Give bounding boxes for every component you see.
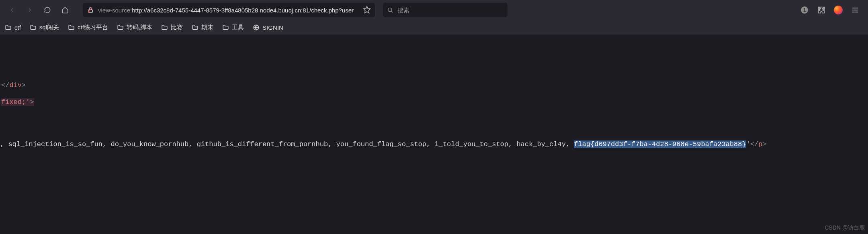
bookmark-label: ctf练习平台: [78, 24, 108, 31]
selected-flag-text: flag{d697dd3f-f7ba-4d28-968e-59bafa23ab8…: [574, 140, 746, 148]
search-input[interactable]: [397, 7, 504, 14]
svg-point-2: [388, 8, 392, 12]
bookmark-label: sql闯关: [39, 24, 59, 31]
search-icon: [387, 7, 393, 13]
bookmarks-bar: ctf sql闯关 ctf练习平台 转码,脚本 比赛 期末 工具 SIGNIN: [0, 20, 868, 35]
back-button[interactable]: [5, 3, 19, 17]
globe-icon: [253, 24, 260, 31]
home-button[interactable]: [58, 3, 72, 17]
bookmark-item-signin[interactable]: SIGNIN: [253, 24, 283, 31]
bookmark-item-ctf[interactable]: ctf: [5, 24, 21, 31]
view-source-content: </div> fixed;'> , sql_injection_is_so_fu…: [0, 35, 868, 73]
svg-line-3: [391, 11, 393, 12]
bookmark-item-ctf-platform[interactable]: ctf练习平台: [68, 24, 108, 31]
bookmark-item-scripts[interactable]: 转码,脚本: [117, 24, 152, 31]
bookmark-item-tools[interactable]: 工具: [222, 24, 244, 31]
search-bar[interactable]: [383, 3, 508, 17]
folder-icon: [192, 24, 199, 31]
svg-rect-0: [88, 10, 93, 12]
toolbar-right: 1: [798, 4, 862, 16]
bookmark-label: 工具: [232, 24, 244, 31]
folder-icon: [30, 24, 37, 31]
folder-icon: [117, 24, 124, 31]
insecure-lock-icon: [87, 6, 94, 14]
arrow-right-icon: [26, 6, 33, 14]
firefox-icon: [834, 6, 843, 14]
folder-icon: [5, 24, 12, 31]
arrow-left-icon: [8, 6, 16, 14]
menu-button[interactable]: [849, 4, 862, 16]
home-icon: [61, 6, 69, 14]
bookmark-label: 转码,脚本: [127, 24, 152, 31]
badge-count: 1: [801, 6, 808, 14]
source-line-attr: fixed;'>: [1, 98, 34, 107]
source-line-flag: , sql_injection_is_so_fun, do_you_know_p…: [0, 140, 868, 149]
notifications-badge[interactable]: 1: [798, 4, 811, 16]
bookmark-item-final[interactable]: 期末: [192, 24, 213, 31]
profile-button[interactable]: [832, 4, 845, 16]
reload-button[interactable]: [40, 3, 55, 17]
watermark: CSDN @访白鹿: [825, 224, 865, 232]
folder-icon: [222, 24, 229, 31]
source-line-div-close: </div>: [1, 81, 26, 90]
svg-marker-1: [364, 6, 371, 13]
bookmark-item-sql[interactable]: sql闯关: [30, 24, 59, 31]
bookmark-item-competition[interactable]: 比赛: [161, 24, 183, 31]
hamburger-icon: [851, 6, 859, 14]
bookmark-star-icon[interactable]: [363, 6, 371, 15]
bookmark-label: ctf: [14, 24, 21, 31]
puzzle-icon: [817, 6, 825, 14]
reload-icon: [44, 6, 51, 14]
folder-icon: [161, 24, 168, 31]
url-text: view-source:http://a6c32c8d-7455-4447-85…: [98, 7, 359, 14]
bookmark-label: 期末: [201, 24, 213, 31]
folder-icon: [68, 24, 75, 31]
browser-toolbar: view-source:http://a6c32c8d-7455-4447-85…: [0, 0, 868, 20]
url-bar[interactable]: view-source:http://a6c32c8d-7455-4447-85…: [83, 3, 375, 17]
bookmark-label: SIGNIN: [262, 24, 283, 31]
bookmark-label: 比赛: [171, 24, 183, 31]
extensions-button[interactable]: [815, 4, 828, 16]
forward-button[interactable]: [23, 3, 37, 17]
